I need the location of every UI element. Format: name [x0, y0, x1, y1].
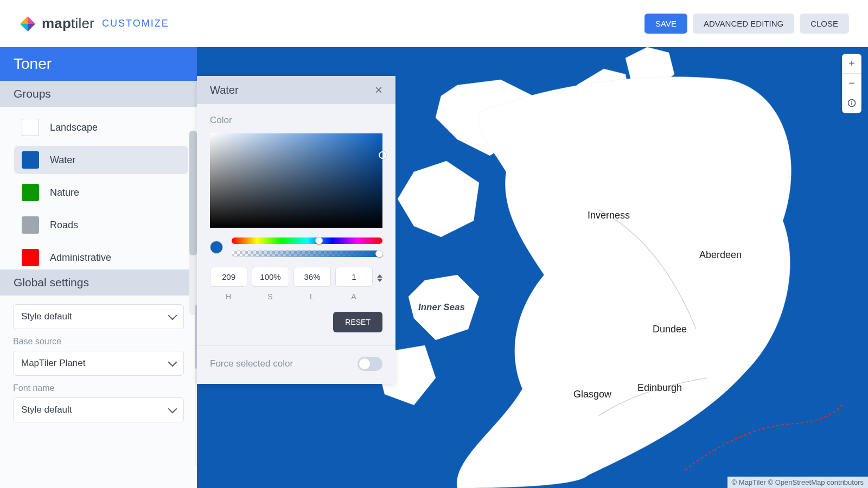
select-value: MapTiler Planet	[21, 358, 85, 369]
svg-rect-1	[851, 102, 852, 105]
global-settings-body: Style default Base source MapTiler Plane…	[0, 296, 197, 422]
top-actions: SAVE ADVANCED EDITING CLOSE	[644, 14, 849, 34]
maptiler-logo-icon	[19, 15, 36, 33]
panel-header: Water ×	[197, 76, 395, 104]
base-source-label: Base source	[13, 337, 184, 346]
zoom-in-button[interactable]: +	[843, 54, 861, 74]
style-name-header: Toner	[0, 47, 197, 81]
select-base-source[interactable]: MapTiler Planet	[13, 351, 184, 376]
group-label: Nature	[50, 187, 79, 198]
svg-point-2	[851, 101, 852, 102]
current-color-dot	[210, 241, 223, 254]
map-label-inner-seas: Inner Seas	[418, 302, 465, 313]
brand-sub: CUSTOMIZE	[102, 18, 169, 29]
group-item-administrative[interactable]: Administrative	[14, 243, 188, 269]
force-color-label: Force selected color	[210, 358, 293, 369]
l-label: L	[310, 292, 315, 301]
saturation-input[interactable]	[252, 267, 289, 287]
arrow-down-icon	[377, 279, 382, 282]
hue-slider[interactable]	[232, 237, 382, 244]
global-settings-header: Global settings	[0, 269, 197, 296]
select-value: Style default	[21, 404, 72, 415]
map-label-edinburgh: Edinburgh	[637, 382, 682, 394]
groups-scrollbar[interactable]	[189, 131, 197, 315]
alpha-thumb[interactable]	[375, 250, 383, 258]
info-button[interactable]	[843, 93, 861, 113]
group-label: Landscape	[50, 122, 98, 133]
s-label: S	[267, 292, 273, 301]
swatch-landscape	[22, 119, 39, 136]
font-name-label: Font name	[13, 383, 184, 393]
h-label: H	[226, 292, 232, 301]
groups-header: Groups	[0, 81, 197, 107]
scrollbar-thumb[interactable]	[189, 131, 197, 255]
main-area: Toner Groups Landscape Water Nature Road…	[0, 47, 868, 488]
swatch-water	[22, 151, 39, 169]
close-button[interactable]: CLOSE	[800, 14, 849, 34]
top-bar: maptiler CUSTOMIZE SAVE ADVANCED EDITING…	[0, 0, 868, 47]
force-color-toggle[interactable]	[358, 357, 382, 371]
brand-name: maptiler	[42, 15, 94, 32]
hue-thumb[interactable]	[315, 237, 323, 245]
arrow-up-icon	[377, 274, 382, 278]
group-item-nature[interactable]: Nature	[14, 178, 188, 207]
save-button[interactable]: SAVE	[644, 14, 687, 34]
a-label: A	[351, 292, 356, 301]
map-label-aberdeen: Aberdeen	[699, 249, 742, 261]
lightness-input[interactable]	[293, 267, 331, 287]
color-label: Color	[210, 115, 382, 126]
swatch-roads	[22, 216, 39, 234]
group-item-roads[interactable]: Roads	[14, 211, 188, 239]
color-mode-toggle[interactable]	[377, 274, 382, 294]
hue-input[interactable]	[210, 267, 247, 287]
alpha-slider[interactable]	[232, 251, 382, 257]
group-item-landscape[interactable]: Landscape	[14, 113, 188, 142]
select-value: Style default	[21, 311, 72, 322]
alpha-input[interactable]	[335, 267, 373, 287]
reset-button[interactable]: RESET	[333, 312, 382, 332]
logo: maptiler CUSTOMIZE	[19, 15, 169, 33]
chevron-down-icon	[168, 311, 177, 320]
groups-list: Landscape Water Nature Roads Administrat…	[0, 107, 197, 269]
sidebar: Toner Groups Landscape Water Nature Road…	[0, 47, 197, 488]
chevron-down-icon	[168, 404, 177, 414]
panel-close-button[interactable]: ×	[375, 84, 382, 97]
select-language[interactable]: Style default	[13, 304, 184, 329]
map-label-glasgow: Glasgow	[573, 389, 611, 400]
swatch-nature	[22, 184, 39, 201]
chevron-down-icon	[168, 358, 177, 367]
zoom-controls: + −	[842, 54, 861, 113]
map-label-dundee: Dundee	[653, 324, 687, 335]
group-label: Administrative	[50, 252, 111, 264]
swatch-administrative	[22, 249, 39, 266]
map-label-inverness: Inverness	[588, 210, 630, 221]
attribution: © MapTiler © OpenStreetMap contributors	[727, 477, 868, 488]
group-label: Water	[50, 155, 75, 166]
force-color-row: Force selected color	[197, 345, 395, 373]
group-item-water[interactable]: Water	[14, 146, 188, 174]
satval-thumb[interactable]	[379, 151, 386, 159]
toggle-knob	[359, 358, 370, 369]
zoom-out-button[interactable]: −	[843, 74, 861, 93]
saturation-value-picker[interactable]	[210, 133, 382, 228]
select-font-name[interactable]: Style default	[13, 397, 184, 422]
panel-title: Water	[210, 84, 239, 97]
advanced-editing-button[interactable]: ADVANCED EDITING	[693, 14, 794, 34]
group-label: Roads	[50, 220, 78, 231]
info-icon	[847, 99, 856, 107]
color-panel: Water × Color H S L A	[197, 76, 395, 384]
